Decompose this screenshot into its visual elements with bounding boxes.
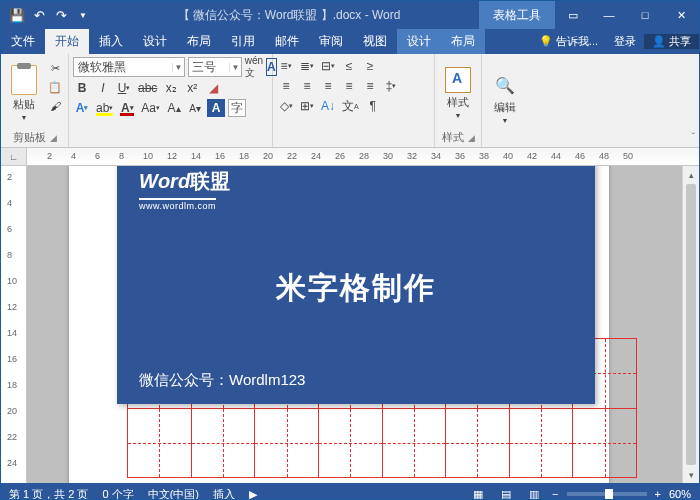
window-controls: ▭ — □ ✕ bbox=[555, 1, 699, 29]
tab-home[interactable]: 开始 bbox=[45, 29, 89, 54]
language[interactable]: 中文(中国) bbox=[148, 487, 199, 501]
tab-table-design[interactable]: 设计 bbox=[397, 29, 441, 54]
read-mode-button[interactable]: ▦ bbox=[468, 486, 488, 500]
justify-button[interactable]: ≡ bbox=[340, 77, 358, 95]
ribbon-display-button[interactable]: ▭ bbox=[555, 1, 591, 29]
quick-access-toolbar: 💾 ↶ ↷ ▼ bbox=[1, 5, 99, 25]
clipboard-dialog-launcher[interactable]: ◢ bbox=[50, 133, 57, 143]
group-clipboard: 粘贴 ▼ ✂ 📋 🖌 剪贴板◢ bbox=[1, 54, 69, 147]
align-center-button[interactable]: ≡ bbox=[298, 77, 316, 95]
phonetic-guide-button[interactable]: wén文 bbox=[245, 58, 263, 76]
bullets-button[interactable]: ≡▾ bbox=[277, 57, 295, 75]
align-right-button[interactable]: ≡ bbox=[319, 77, 337, 95]
editing-button[interactable]: 编辑 ▼ bbox=[486, 57, 524, 145]
shrink-font-button[interactable]: A▾ bbox=[186, 99, 204, 117]
scroll-down-button[interactable]: ▾ bbox=[683, 466, 699, 483]
increase-indent-button[interactable]: ≥ bbox=[361, 57, 379, 75]
decrease-indent-button[interactable]: ≤ bbox=[340, 57, 358, 75]
page-count[interactable]: 第 1 页，共 2 页 bbox=[9, 487, 88, 501]
tab-file[interactable]: 文件 bbox=[1, 29, 45, 54]
paste-button[interactable]: 粘贴 ▼ bbox=[5, 57, 43, 129]
undo-button[interactable]: ↶ bbox=[29, 5, 49, 25]
insert-mode[interactable]: 插入 bbox=[213, 487, 235, 501]
bold-button[interactable]: B bbox=[73, 79, 91, 97]
minimize-button[interactable]: — bbox=[591, 1, 627, 29]
share-button[interactable]: 👤共享 bbox=[644, 34, 699, 49]
horizontal-ruler[interactable]: ∟ 24681012141618202224262830323436384042… bbox=[1, 148, 699, 166]
strikethrough-button[interactable]: abc bbox=[136, 79, 159, 97]
print-layout-button[interactable]: ▤ bbox=[496, 486, 516, 500]
overlay-title: 米字格制作 bbox=[139, 268, 573, 309]
save-button[interactable]: 💾 bbox=[7, 5, 27, 25]
styles-button[interactable]: 样式 ▼ bbox=[439, 57, 477, 129]
format-painter-button[interactable]: 🖌 bbox=[46, 98, 64, 114]
qat-customize[interactable]: ▼ bbox=[73, 5, 93, 25]
web-layout-button[interactable]: ▥ bbox=[524, 486, 544, 500]
document-canvas[interactable]: Word联盟 www.wordlm.com 米字格制作 微信公众号：Wordlm… bbox=[27, 166, 682, 483]
text-direction-button[interactable]: 文A bbox=[340, 97, 361, 115]
styles-icon bbox=[445, 67, 471, 93]
tab-references[interactable]: 引用 bbox=[221, 29, 265, 54]
collapse-ribbon-button[interactable]: ˇ bbox=[692, 132, 695, 143]
font-size-combo[interactable]: 三号▼ bbox=[188, 57, 242, 77]
group-styles: 样式 ▼ 样式◢ bbox=[435, 54, 482, 147]
workspace: 24681012141618202224 Word联盟 www.wordlm.c… bbox=[1, 166, 699, 483]
multilevel-button[interactable]: ⊟▾ bbox=[319, 57, 337, 75]
zoom-level[interactable]: 60% bbox=[669, 488, 691, 500]
ribbon: 粘贴 ▼ ✂ 📋 🖌 剪贴板◢ 微软雅黑▼ 三号▼ wén文 A B I U▾ bbox=[1, 54, 699, 148]
scroll-up-button[interactable]: ▴ bbox=[683, 166, 699, 183]
borders-button[interactable]: ⊞▾ bbox=[298, 97, 316, 115]
shading-button[interactable]: ◇▾ bbox=[277, 97, 295, 115]
italic-button[interactable]: I bbox=[94, 79, 112, 97]
word-count[interactable]: 0 个字 bbox=[102, 487, 133, 501]
macro-icon[interactable]: ▶ bbox=[249, 488, 257, 501]
tab-design[interactable]: 设计 bbox=[133, 29, 177, 54]
font-color-button[interactable]: A▾ bbox=[118, 99, 136, 117]
subscript-button[interactable]: x₂ bbox=[162, 79, 180, 97]
window-title: 【 微信公众号：Word联盟 】.docx - Word bbox=[99, 7, 479, 24]
grow-font-button[interactable]: A▴ bbox=[165, 99, 183, 117]
zoom-slider[interactable] bbox=[567, 492, 647, 496]
underline-button[interactable]: U▾ bbox=[115, 79, 133, 97]
tell-me[interactable]: 💡告诉我... bbox=[531, 34, 606, 49]
tab-insert[interactable]: 插入 bbox=[89, 29, 133, 54]
align-left-button[interactable]: ≡ bbox=[277, 77, 295, 95]
vertical-ruler[interactable]: 24681012141618202224 bbox=[1, 166, 27, 483]
signin-button[interactable]: 登录 bbox=[606, 34, 644, 49]
tab-review[interactable]: 审阅 bbox=[309, 29, 353, 54]
line-spacing-button[interactable]: ‡▾ bbox=[382, 77, 400, 95]
cut-button[interactable]: ✂ bbox=[46, 60, 64, 76]
ribbon-tabs: 文件 开始 插入 设计 布局 引用 邮件 审阅 视图 设计 布局 💡告诉我...… bbox=[1, 29, 699, 54]
zoom-out-button[interactable]: − bbox=[552, 488, 558, 500]
styles-dialog-launcher[interactable]: ◢ bbox=[468, 133, 475, 143]
maximize-button[interactable]: □ bbox=[627, 1, 663, 29]
copy-button[interactable]: 📋 bbox=[46, 79, 64, 95]
tab-table-layout[interactable]: 布局 bbox=[441, 29, 485, 54]
superscript-button[interactable]: x² bbox=[183, 79, 201, 97]
scroll-thumb[interactable] bbox=[686, 184, 696, 465]
numbering-button[interactable]: ≣▾ bbox=[298, 57, 316, 75]
zoom-in-button[interactable]: + bbox=[655, 488, 661, 500]
brand-logo: Word联盟 www.wordlm.com bbox=[139, 168, 573, 213]
context-tool-label: 表格工具 bbox=[479, 1, 555, 29]
tab-selector[interactable]: ∟ bbox=[1, 148, 27, 165]
sort-button[interactable]: A↓ bbox=[319, 97, 337, 115]
font-name-combo[interactable]: 微软雅黑▼ bbox=[73, 57, 185, 77]
group-editing: 编辑 ▼ bbox=[482, 54, 528, 147]
vertical-scrollbar[interactable]: ▴ ▾ bbox=[682, 166, 699, 483]
tab-view[interactable]: 视图 bbox=[353, 29, 397, 54]
tab-layout[interactable]: 布局 bbox=[177, 29, 221, 54]
highlight-button[interactable]: ab▾ bbox=[94, 99, 115, 117]
close-button[interactable]: ✕ bbox=[663, 1, 699, 29]
clear-format-button[interactable]: ◢ bbox=[204, 79, 222, 97]
change-case-button[interactable]: Aa▾ bbox=[139, 99, 162, 117]
distributed-button[interactable]: ≡ bbox=[361, 77, 379, 95]
title-overlay: Word联盟 www.wordlm.com 米字格制作 微信公众号：Wordlm… bbox=[117, 166, 595, 404]
char-shading-button[interactable]: A bbox=[207, 99, 225, 117]
overlay-subtitle: 微信公众号：Wordlm123 bbox=[139, 371, 573, 390]
redo-button[interactable]: ↷ bbox=[51, 5, 71, 25]
tab-mailings[interactable]: 邮件 bbox=[265, 29, 309, 54]
text-effects-button[interactable]: A▾ bbox=[73, 99, 91, 117]
enclose-char-button[interactable]: 字 bbox=[228, 99, 246, 117]
show-marks-button[interactable]: ¶ bbox=[364, 97, 382, 115]
